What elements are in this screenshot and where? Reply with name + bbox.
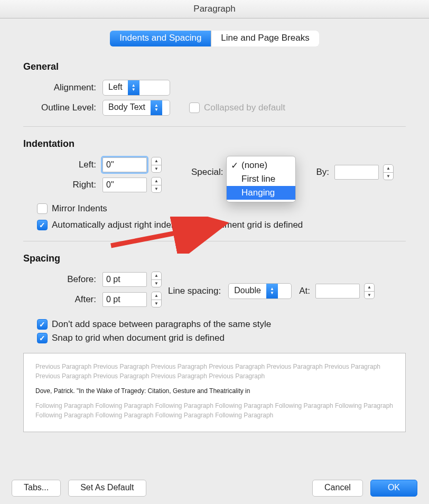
preview-box: Previous Paragraph Previous Paragraph Pr… <box>23 353 406 432</box>
before-input[interactable] <box>102 272 147 287</box>
by-input[interactable] <box>334 165 379 180</box>
snap-to-grid-checkbox[interactable] <box>37 333 48 343</box>
cancel-button[interactable]: Cancel <box>312 480 363 497</box>
tab-bar: Indents and Spacing Line and Page Breaks <box>12 31 417 46</box>
dont-add-space-label: Don't add space between paragraphs of th… <box>52 319 271 330</box>
dialog-panel: Indents and Spacing Line and Page Breaks… <box>12 31 417 472</box>
chevron-up-icon: ▲ <box>152 178 161 185</box>
indent-right-input[interactable] <box>102 178 147 192</box>
chevron-updown-icon: ▲▼ <box>266 284 278 298</box>
after-input[interactable] <box>102 292 147 307</box>
by-label: By: <box>316 167 329 178</box>
chevron-up-icon: ▲ <box>365 284 374 292</box>
special-option-none[interactable]: (none) <box>227 158 295 172</box>
alignment-value: Left <box>103 80 128 95</box>
indent-left-label: Left: <box>12 160 102 170</box>
mirror-indents-checkbox[interactable] <box>37 203 48 214</box>
at-label: At: <box>299 286 310 296</box>
line-spacing-select[interactable]: Double ▲▼ <box>228 283 292 299</box>
chevron-down-icon: ▼ <box>384 173 393 180</box>
indent-left-stepper[interactable]: ▲ ▼ <box>151 157 162 173</box>
special-label: Special: <box>191 167 223 178</box>
indent-right-label: Right: <box>12 180 102 190</box>
indent-left-input[interactable] <box>102 157 147 172</box>
indentation-heading: Indentation <box>23 138 406 150</box>
chevron-updown-icon: ▲▼ <box>151 100 162 115</box>
special-option-hanging[interactable]: Hanging <box>227 186 295 200</box>
chevron-updown-icon: ▲▼ <box>128 80 139 95</box>
after-label: After: <box>12 294 102 305</box>
at-stepper[interactable]: ▲ ▼ <box>364 283 375 299</box>
after-stepper[interactable]: ▲ ▼ <box>151 292 162 307</box>
tabs-button[interactable]: Tabs... <box>12 480 61 497</box>
outline-level-value: Body Text <box>103 100 151 115</box>
before-stepper[interactable]: ▲ ▼ <box>151 272 162 287</box>
indent-right-stepper[interactable]: ▲ ▼ <box>151 177 162 193</box>
by-stepper[interactable]: ▲ ▼ <box>383 164 394 180</box>
chevron-down-icon: ▼ <box>365 292 374 299</box>
before-label: Before: <box>12 274 102 285</box>
preview-sample-text: Dove, Patrick. "In the Wake of Tragedy: … <box>35 386 394 396</box>
dont-add-space-checkbox[interactable] <box>37 319 48 330</box>
line-spacing-label: Line spacing: <box>168 286 221 296</box>
auto-adjust-label: Automatically adjust right indent when d… <box>52 220 303 230</box>
chevron-up-icon: ▲ <box>152 292 161 300</box>
snap-to-grid-label: Snap to grid when document grid is defin… <box>52 333 225 343</box>
collapsed-checkbox <box>189 102 200 113</box>
outline-level-label: Outline Level: <box>12 102 102 113</box>
tab-indents-spacing[interactable]: Indents and Spacing <box>110 31 211 46</box>
alignment-select[interactable]: Left ▲▼ <box>102 80 170 96</box>
special-dropdown-menu: (none) First line Hanging <box>226 156 296 202</box>
spacing-heading: Spacing <box>23 253 406 264</box>
outline-level-select[interactable]: Body Text ▲▼ <box>102 100 170 116</box>
ok-button[interactable]: OK <box>370 480 417 497</box>
chevron-down-icon: ▼ <box>152 300 161 307</box>
set-as-default-button[interactable]: Set As Default <box>68 480 146 497</box>
line-spacing-value: Double <box>229 284 266 298</box>
preview-following-text: Following Paragraph Following Paragraph … <box>35 401 394 420</box>
chevron-up-icon: ▲ <box>384 165 393 173</box>
general-heading: General <box>23 61 406 72</box>
preview-previous-text: Previous Paragraph Previous Paragraph Pr… <box>35 362 394 381</box>
window-title: Paragraph <box>0 0 429 18</box>
divider <box>23 126 406 127</box>
chevron-down-icon: ▼ <box>152 280 161 287</box>
at-input[interactable] <box>315 284 360 298</box>
divider <box>23 241 406 241</box>
chevron-down-icon: ▼ <box>152 165 161 173</box>
alignment-label: Alignment: <box>12 82 102 93</box>
special-option-first-line[interactable]: First line <box>227 172 295 186</box>
chevron-up-icon: ▲ <box>152 272 161 280</box>
tab-line-page-breaks[interactable]: Line and Page Breaks <box>211 31 319 46</box>
button-bar: Tabs... Set As Default Cancel OK <box>12 480 417 497</box>
auto-adjust-checkbox[interactable] <box>37 220 48 230</box>
collapsed-label: Collapsed by default <box>204 102 285 113</box>
chevron-down-icon: ▼ <box>152 185 161 193</box>
mirror-indents-label: Mirror Indents <box>52 203 107 214</box>
chevron-up-icon: ▲ <box>152 157 161 165</box>
